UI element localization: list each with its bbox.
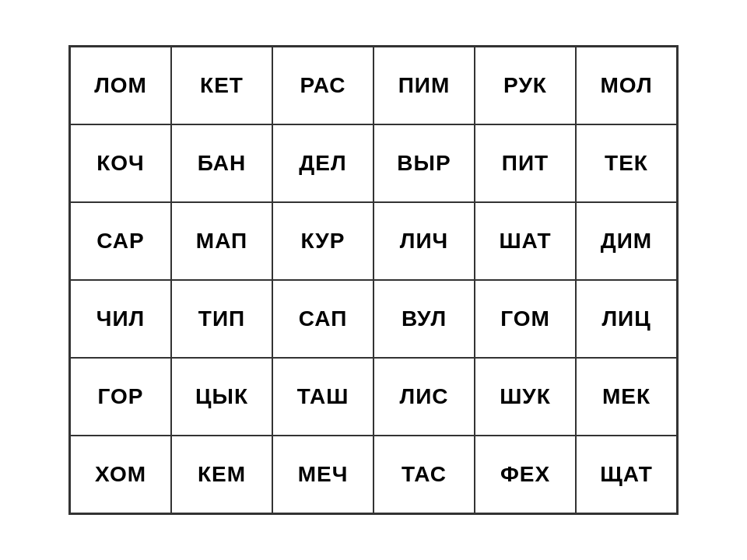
grid-cell: КЕМ	[171, 436, 272, 513]
grid-cell: ЛИЧ	[374, 202, 475, 280]
grid-cell: ТИП	[171, 280, 272, 358]
grid-cell: МАП	[171, 202, 272, 280]
grid-cell: ЩАТ	[576, 436, 677, 513]
grid-cell: ДЕЛ	[272, 124, 374, 202]
grid-cell: РАС	[272, 47, 374, 124]
grid-cell: ВЫР	[374, 124, 475, 202]
grid-cell: ШАТ	[475, 202, 576, 280]
grid-cell: МЕК	[576, 358, 677, 436]
grid-cell: КУР	[272, 202, 374, 280]
grid-cell: РУК	[475, 47, 576, 124]
syllable-grid: ЛОМКЕТРАСПИМРУКМОЛКОЧБАНДЕЛВЫРПИТТЕКСАРМ…	[68, 45, 679, 515]
grid-cell: ЛИЦ	[576, 280, 677, 358]
grid-cell: ФЕХ	[475, 436, 576, 513]
grid-cell: КОЧ	[70, 124, 171, 202]
grid-cell: ЛОМ	[70, 47, 171, 124]
grid-cell: ДИМ	[576, 202, 677, 280]
grid-cell: ПИТ	[475, 124, 576, 202]
grid-cell: ГОР	[70, 358, 171, 436]
grid-cell: ПИМ	[374, 47, 475, 124]
grid-cell: ТАШ	[272, 358, 374, 436]
grid-cell: КЕТ	[171, 47, 272, 124]
grid-cell: ТЕК	[576, 124, 677, 202]
grid-cell: ХОМ	[70, 436, 171, 513]
grid-cell: ЧИЛ	[70, 280, 171, 358]
grid-cell: САР	[70, 202, 171, 280]
grid-cell: ЦЫК	[171, 358, 272, 436]
grid-cell: МЕЧ	[272, 436, 374, 513]
grid-cell: ЛИС	[374, 358, 475, 436]
grid-cell: ТАС	[374, 436, 475, 513]
grid-cell: САП	[272, 280, 374, 358]
grid-cell: ШУК	[475, 358, 576, 436]
grid-cell: МОЛ	[576, 47, 677, 124]
grid-cell: БАН	[171, 124, 272, 202]
grid-cell: ВУЛ	[374, 280, 475, 358]
grid-cell: ГОМ	[475, 280, 576, 358]
